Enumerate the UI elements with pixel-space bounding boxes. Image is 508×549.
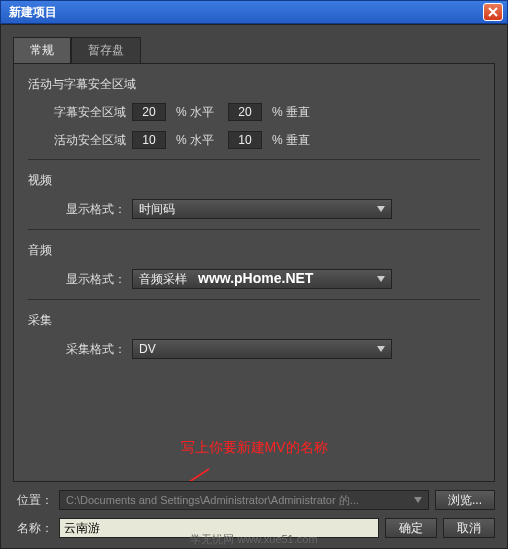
video-format-label: 显示格式： [28,201,126,218]
pct-h-label-2: % 水平 [176,132,214,149]
tab-content: 活动与字幕安全区域 字幕安全区域 % 水平 % 垂直 活动安全区域 % 水平 %… [13,63,495,482]
chevron-down-icon [414,497,422,503]
pct-v-label: % 垂直 [272,104,310,121]
tab-general[interactable]: 常规 [13,37,71,63]
annotation-text: 写上你要新建MV的名称 [28,439,480,457]
page-caption: 学无忧网 www.xue51.com [0,532,508,547]
location-row: 位置： C:\Documents and Settings\Administra… [13,490,495,510]
chevron-down-icon [377,346,385,352]
capture-format-value: DV [139,342,156,356]
pct-h-label: % 水平 [176,104,214,121]
video-format-select[interactable]: 时间码 [132,199,392,219]
tab-bar: 常规 暂存盘 [13,37,495,63]
annotation-arrow [99,464,219,482]
capture-format-label: 采集格式： [28,341,126,358]
separator [28,229,480,230]
capture-format-select[interactable]: DV [132,339,392,359]
title-bar: 新建项目 [0,0,508,24]
audio-format-select[interactable]: 音频采样 [132,269,392,289]
location-select[interactable]: C:\Documents and Settings\Administrator\… [59,490,429,510]
action-safe-h-input[interactable] [132,131,166,149]
group-audio-title: 音频 [28,242,480,259]
subtitle-safe-v-input[interactable] [228,103,262,121]
chevron-down-icon [377,276,385,282]
separator [28,299,480,300]
group-video-title: 视频 [28,172,480,189]
location-label: 位置： [13,492,53,509]
close-button[interactable] [483,3,503,21]
separator [28,159,480,160]
location-value: C:\Documents and Settings\Administrator\… [66,493,359,508]
dialog-footer: 位置： C:\Documents and Settings\Administra… [13,482,495,538]
capture-format-row: 采集格式： DV [28,339,480,359]
audio-format-row: 显示格式： 音频采样 www.pHome.NET [28,269,480,289]
video-format-value: 时间码 [139,201,175,218]
tab-scratch[interactable]: 暂存盘 [71,37,141,63]
action-safe-v-input[interactable] [228,131,262,149]
browse-button[interactable]: 浏览... [435,490,495,510]
svg-line-0 [109,469,209,482]
video-format-row: 显示格式： 时间码 [28,199,480,219]
subtitle-safe-label: 字幕安全区域 [28,104,126,121]
action-safe-label: 活动安全区域 [28,132,126,149]
subtitle-safe-h-input[interactable] [132,103,166,121]
close-icon [488,7,498,17]
audio-format-value: 音频采样 [139,271,187,288]
group-capture-title: 采集 [28,312,480,329]
dialog-panel: 常规 暂存盘 活动与字幕安全区域 字幕安全区域 % 水平 % 垂直 活动安全区域… [0,24,508,549]
audio-format-label: 显示格式： [28,271,126,288]
window-title: 新建项目 [9,4,57,21]
pct-v-label-2: % 垂直 [272,132,310,149]
subtitle-safe-row: 字幕安全区域 % 水平 % 垂直 [28,103,480,121]
action-safe-row: 活动安全区域 % 水平 % 垂直 [28,131,480,149]
chevron-down-icon [377,206,385,212]
group-safe-title: 活动与字幕安全区域 [28,76,480,93]
